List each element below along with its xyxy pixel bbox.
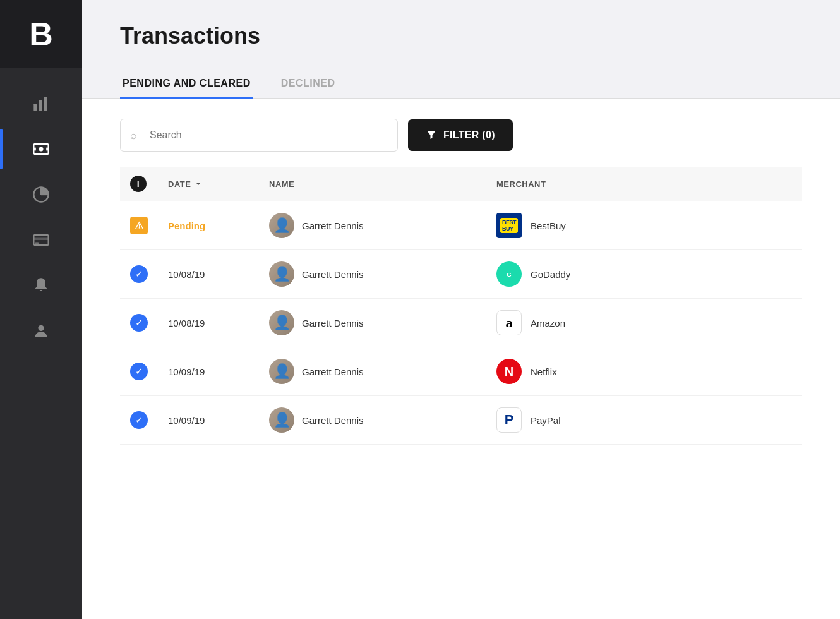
- page-title: Transactions: [120, 23, 802, 49]
- svg-text:G: G: [507, 271, 511, 278]
- content-area: ⌕ FILTER (0) i DATE: [82, 99, 840, 619]
- sidebar-logo: B: [0, 0, 82, 68]
- svg-rect-6: [46, 148, 49, 151]
- sidebar-navigation: [0, 83, 82, 351]
- svg-point-4: [39, 147, 44, 152]
- name-cell: Garrett Dennis: [259, 299, 486, 347]
- col-header-status: i: [120, 167, 158, 201]
- table-body: ⚠Pending Garrett Dennis BESTBUY BestBuy …: [120, 201, 802, 445]
- status-cell: ✓: [120, 250, 158, 299]
- page-header: Transactions: [82, 0, 840, 49]
- table-row[interactable]: ✓10/09/19 Garrett Dennis P PayPal: [120, 396, 802, 445]
- filter-icon: [426, 129, 437, 141]
- transactions-table: i DATE NAME MERCHANT ⚠Pending: [120, 167, 802, 445]
- tab-pending-cleared[interactable]: PENDING AND CLEARED: [120, 70, 253, 99]
- avatar: [269, 310, 294, 335]
- sidebar-item-notifications[interactable]: [0, 265, 82, 306]
- sidebar-item-cards[interactable]: [0, 220, 82, 260]
- status-cell: ✓: [120, 396, 158, 445]
- merchant-name: Netflix: [531, 366, 557, 377]
- date-label: DATE: [168, 179, 191, 189]
- merchant-logo: G: [496, 261, 522, 287]
- date-cell: 10/09/19: [158, 347, 259, 396]
- table-row[interactable]: ✓10/08/19 Garrett Dennis G GoDaddy: [120, 250, 802, 299]
- person-name: Garrett Dennis: [302, 318, 364, 328]
- avatar: [269, 261, 294, 287]
- merchant-cell: P PayPal: [486, 396, 802, 445]
- col-header-merchant: MERCHANT: [486, 167, 802, 201]
- pending-date-label: Pending: [168, 220, 205, 231]
- merchant-name: PayPal: [531, 415, 561, 426]
- name-cell: Garrett Dennis: [259, 396, 486, 445]
- date-sort-button[interactable]: DATE: [168, 179, 202, 189]
- user-icon: [32, 322, 50, 340]
- merchant-name: BestBuy: [531, 220, 566, 231]
- svg-rect-12: [35, 243, 39, 244]
- dollar-icon: [32, 140, 50, 158]
- avatar: [269, 213, 294, 238]
- svg-rect-1: [39, 100, 42, 111]
- toolbar: ⌕ FILTER (0): [120, 119, 802, 152]
- svg-rect-11: [33, 238, 48, 241]
- svg-rect-5: [33, 148, 36, 151]
- date-cell: 10/08/19: [158, 250, 259, 299]
- status-cell: ✓: [120, 347, 158, 396]
- search-input[interactable]: [120, 119, 398, 152]
- tab-declined[interactable]: DECLINED: [279, 70, 338, 99]
- logo-text: B: [29, 18, 53, 51]
- merchant-logo: N: [496, 359, 522, 384]
- sidebar-item-reports[interactable]: [0, 174, 82, 215]
- pending-icon: ⚠: [130, 217, 148, 234]
- merchant-logo: a: [496, 310, 522, 335]
- table-header-row: i DATE NAME MERCHANT: [120, 167, 802, 201]
- bar-chart-icon: [32, 95, 50, 112]
- col-header-date: DATE: [158, 167, 259, 201]
- info-icon[interactable]: i: [130, 176, 147, 192]
- person-name: Garrett Dennis: [302, 269, 364, 280]
- date-cell: Pending: [158, 201, 259, 250]
- merchant-logo: BESTBUY: [496, 213, 522, 238]
- cleared-icon: ✓: [130, 363, 148, 380]
- sidebar: B: [0, 0, 82, 619]
- person-name: Garrett Dennis: [302, 415, 364, 426]
- search-wrapper: ⌕: [120, 119, 398, 152]
- merchant-logo: P: [496, 407, 522, 433]
- merchant-cell: BESTBUY BestBuy: [486, 201, 802, 250]
- status-cell: ⚠: [120, 201, 158, 250]
- godaddy-icon: G: [501, 267, 517, 282]
- table-row[interactable]: ✓10/09/19 Garrett Dennis N Netflix: [120, 347, 802, 396]
- card-icon: [32, 231, 50, 249]
- avatar: [269, 407, 294, 433]
- date-cell: 10/09/19: [158, 396, 259, 445]
- avatar: [269, 359, 294, 384]
- merchant-name: GoDaddy: [531, 269, 570, 280]
- date-cell: 10/08/19: [158, 299, 259, 347]
- sidebar-item-analytics[interactable]: [0, 83, 82, 124]
- merchant-cell: a Amazon: [486, 299, 802, 347]
- status-cell: ✓: [120, 299, 158, 347]
- name-cell: Garrett Dennis: [259, 201, 486, 250]
- pie-chart-icon: [32, 186, 50, 203]
- search-icon: ⌕: [130, 129, 137, 142]
- bell-icon: [32, 277, 50, 294]
- name-cell: Garrett Dennis: [259, 250, 486, 299]
- merchant-cell: G GoDaddy: [486, 250, 802, 299]
- sidebar-item-profile[interactable]: [0, 311, 82, 351]
- svg-rect-0: [33, 104, 37, 111]
- person-name: Garrett Dennis: [302, 366, 364, 377]
- filter-button[interactable]: FILTER (0): [408, 119, 513, 151]
- merchant-name: Amazon: [531, 318, 565, 328]
- table-row[interactable]: ⚠Pending Garrett Dennis BESTBUY BestBuy: [120, 201, 802, 250]
- main-content: Transactions PENDING AND CLEARED DECLINE…: [82, 0, 840, 619]
- person-name: Garrett Dennis: [302, 220, 364, 231]
- cleared-icon: ✓: [130, 314, 148, 332]
- name-cell: Garrett Dennis: [259, 347, 486, 396]
- sort-chevron-icon: [195, 180, 202, 188]
- col-header-name: NAME: [259, 167, 486, 201]
- sidebar-item-transactions[interactable]: [0, 129, 82, 169]
- tabs-container: PENDING AND CLEARED DECLINED: [82, 49, 840, 99]
- cleared-icon: ✓: [130, 265, 148, 283]
- svg-point-13: [38, 325, 44, 331]
- filter-label: FILTER (0): [443, 129, 495, 141]
- table-row[interactable]: ✓10/08/19 Garrett Dennis a Amazon: [120, 299, 802, 347]
